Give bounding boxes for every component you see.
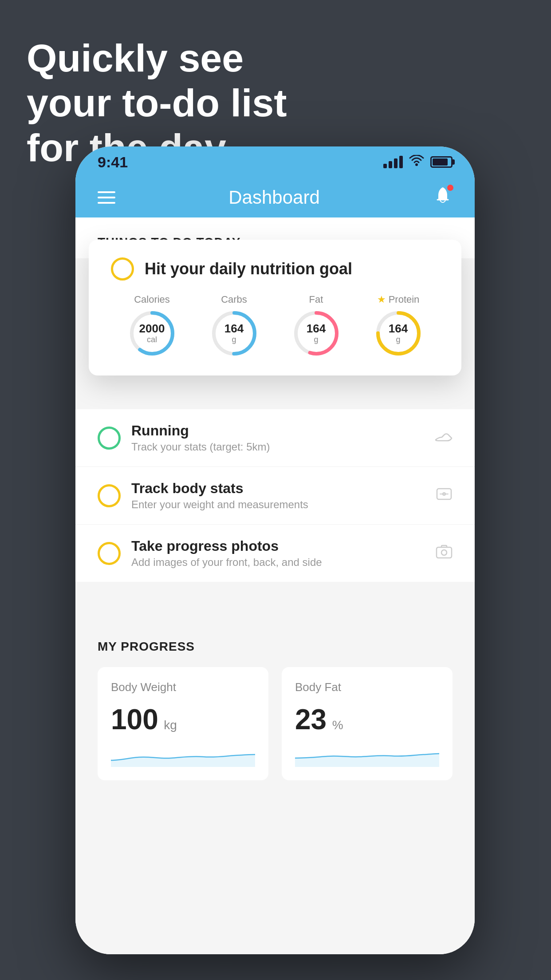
phone-frame: 9:41 [75, 146, 475, 954]
nutrition-card-header: Hit your daily nutrition goal [111, 257, 439, 281]
carbs-label: Carbs [221, 294, 247, 305]
calories-label: Calories [134, 294, 170, 305]
battery-icon [430, 156, 453, 168]
signal-bars-icon [383, 156, 403, 168]
running-title: Running [131, 423, 424, 439]
wifi-icon [409, 155, 424, 170]
photos-text: Take progress photos Add images of your … [131, 538, 425, 569]
svg-rect-12 [437, 547, 452, 558]
headline-line2: your to-do list [27, 80, 287, 125]
body-weight-value: 100 [111, 703, 158, 735]
protein-chart: 164 g [374, 309, 423, 358]
body-fat-card-title: Body Fat [295, 680, 439, 694]
progress-section: MY PROGRESS Body Weight 100 kg [75, 617, 475, 794]
scale-icon [436, 485, 453, 506]
protein-label-row: ★ Protein [377, 294, 420, 305]
nutrition-circles: Calories 2000 cal Carbs [111, 294, 439, 358]
headline-line1: Quickly see [27, 36, 287, 80]
status-time: 9:41 [98, 154, 128, 171]
body-weight-card[interactable]: Body Weight 100 kg [98, 667, 268, 780]
todo-item-progress-photos[interactable]: Take progress photos Add images of your … [75, 525, 475, 582]
photos-title: Take progress photos [131, 538, 425, 554]
notification-button[interactable] [433, 186, 453, 209]
body-weight-unit: kg [164, 718, 177, 732]
menu-button[interactable] [98, 191, 115, 204]
body-stats-subtitle: Enter your weight and measurements [131, 498, 425, 511]
body-weight-chart [111, 745, 255, 767]
fat-chart: 164 g [292, 309, 341, 358]
fat-label: Fat [309, 294, 323, 305]
nutrition-circle-indicator [111, 257, 134, 281]
nutrition-fat: Fat 164 g [292, 294, 341, 358]
star-icon: ★ [377, 294, 386, 305]
body-stats-circle [98, 484, 121, 507]
notification-dot [447, 185, 453, 191]
carbs-chart: 164 g [210, 309, 259, 358]
body-fat-value-row: 23 % [295, 703, 439, 736]
nav-title: Dashboard [228, 187, 319, 208]
nav-bar: Dashboard [75, 178, 475, 217]
status-icons [383, 155, 453, 170]
body-stats-title: Track body stats [131, 480, 425, 497]
nutrition-carbs: Carbs 164 g [210, 294, 259, 358]
nutrition-card[interactable]: Hit your daily nutrition goal Calories 2… [89, 240, 461, 375]
body-weight-card-title: Body Weight [111, 680, 255, 694]
content-area: THINGS TO DO TODAY Hit your daily nutrit… [75, 217, 475, 954]
nutrition-calories: Calories 2000 cal [128, 294, 177, 358]
running-subtitle: Track your stats (target: 5km) [131, 441, 424, 453]
todo-item-body-stats[interactable]: Track body stats Enter your weight and m… [75, 467, 475, 525]
body-fat-chart [295, 745, 439, 767]
body-stats-text: Track body stats Enter your weight and m… [131, 480, 425, 511]
protein-label: Protein [389, 294, 420, 305]
body-fat-value: 23 [295, 703, 327, 735]
nutrition-card-title: Hit your daily nutrition goal [145, 260, 352, 278]
body-weight-value-row: 100 kg [111, 703, 255, 736]
running-circle [98, 427, 121, 450]
progress-section-title: MY PROGRESS [98, 640, 453, 654]
running-shoe-icon [435, 428, 453, 447]
nutrition-protein: ★ Protein 164 g [374, 294, 423, 358]
running-text: Running Track your stats (target: 5km) [131, 423, 424, 453]
todo-item-running[interactable]: Running Track your stats (target: 5km) [75, 409, 475, 467]
status-bar: 9:41 [75, 146, 475, 178]
photos-circle [98, 542, 121, 565]
body-fat-card[interactable]: Body Fat 23 % [282, 667, 453, 780]
todo-list: Running Track your stats (target: 5km) T… [75, 409, 475, 582]
calories-chart: 2000 cal [128, 309, 177, 358]
body-fat-unit: % [332, 718, 343, 732]
progress-cards: Body Weight 100 kg Body Fat [98, 667, 453, 780]
svg-point-13 [441, 550, 447, 555]
svg-point-0 [415, 163, 418, 166]
photo-icon [436, 544, 453, 563]
photos-subtitle: Add images of your front, back, and side [131, 556, 425, 569]
